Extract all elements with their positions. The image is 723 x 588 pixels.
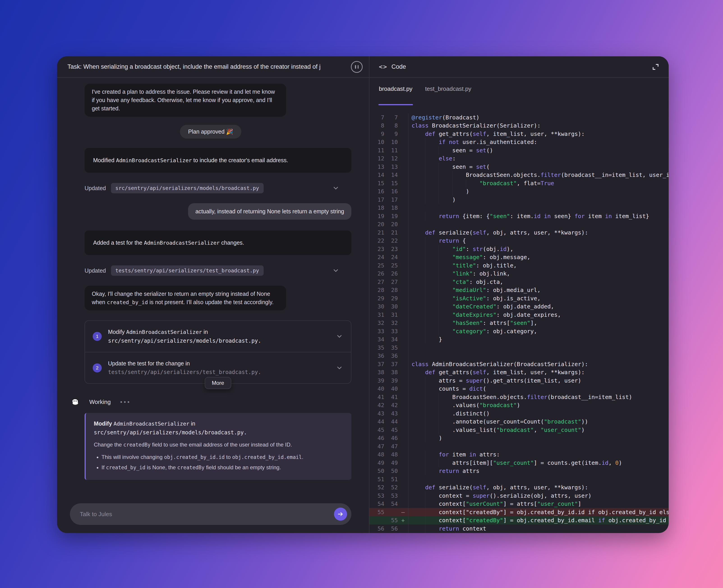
code-line: 99 def get_attrs(self, item_list, user, … (369, 130, 669, 138)
task-title: Task: When serializing a broadcast objec… (67, 63, 346, 70)
jules-logo-icon (70, 397, 80, 407)
chevron-down-icon[interactable] (336, 364, 343, 372)
code-line: 1212 else: (369, 154, 669, 163)
code-line: 5757 (369, 533, 669, 533)
chat-scroll-area[interactable]: I've created a plan to address the issue… (70, 78, 352, 495)
code-line: 4444 .annotate(user_count=Count("broadca… (369, 418, 669, 426)
code-line: 55– context["createdBy"] = obj.created_b… (369, 508, 669, 516)
code-line: 5252 def serialize(self, obj, attrs, use… (369, 483, 669, 492)
plan-approved-chip: Plan approved 🎉 (180, 125, 241, 139)
code-line: 55+ context["createdBy"] = obj.created_b… (369, 516, 669, 525)
code-line: 4545 .values_list("broadcast", "user_cou… (369, 426, 669, 434)
code-line: 2626 "link": obj.link, (369, 270, 669, 278)
file-path-chip[interactable]: src/sentry/api/serializers/models/broadc… (111, 183, 264, 193)
code-line: 1515 "broadcast", flat=True (369, 179, 669, 187)
jules-app-window: Task: When serializing a broadcast objec… (57, 56, 669, 533)
step-path: tests/sentry/api/serializers/test_broadc… (108, 369, 261, 375)
chat-panel: I've created a plan to address the issue… (57, 78, 369, 533)
code-line: 5353 context = super().serialize(obj, at… (369, 491, 669, 500)
added-test-card: Added a test for the AdminBroadcastSeria… (84, 230, 352, 255)
step-title: Update the test for the change in tests/… (108, 359, 261, 376)
code-line: 2828 "mediaUrl": obj.media_url, (369, 286, 669, 294)
code-line: 3737class AdminBroadcastSerializer(Broad… (369, 360, 669, 368)
step-number-badge: 2 (93, 363, 102, 372)
code-line: 3030 "dateCreated": obj.date_added, (369, 302, 669, 311)
chevron-down-icon[interactable] (332, 184, 340, 192)
code-line: 1616 ) (369, 187, 669, 196)
code-panel: broadcast.py test_broadcast.py 77@regist… (369, 78, 669, 533)
code-line: 1717 ) (369, 195, 669, 204)
code-line: 3232 "hasSeen": attrs["seen"], (369, 319, 669, 327)
modified-card: Modified AdminBroadcastSerializer to inc… (84, 148, 352, 172)
code-line: 2323 "id": str(obj.id), (369, 245, 669, 253)
pause-button[interactable] (351, 61, 363, 73)
code-line: 4040 counts = dict( (369, 385, 669, 393)
updated-label: Updated (84, 185, 106, 191)
updated-file-row: Updated src/sentry/api/serializers/model… (84, 183, 352, 193)
code-line: 4747 (369, 442, 669, 450)
code-panel-header: <> Code (369, 56, 669, 78)
chevron-down-icon[interactable] (332, 267, 340, 274)
plan-step-1[interactable]: 1 Modify AdminBroadcastSerializer in src… (85, 321, 351, 352)
code-line: 4242 .values("broadcast") (369, 401, 669, 410)
code-line: 2020 (369, 220, 669, 229)
code-line: 3333 "category": obj.category, (369, 327, 669, 335)
chevron-down-icon[interactable] (336, 333, 343, 340)
code-line: 4343 .distinct() (369, 410, 669, 418)
code-line: 2929 "isActive": obj.is_active, (369, 294, 669, 302)
code-line: 1919 return {item: {"seen": item.id in s… (369, 212, 669, 220)
working-dots: ••• (120, 399, 131, 405)
code-line: 4646 ) (369, 434, 669, 442)
tab-test-broadcast-py[interactable]: test_broadcast.py (425, 85, 471, 105)
code-line: 5151 (369, 475, 669, 483)
bullet-item: This will involve changing obj.created_b… (101, 453, 343, 461)
bullet-item: If created_by_id is None, the createdBy … (101, 463, 343, 472)
code-icon: <> (379, 63, 387, 70)
code-line: 88class BroadcastSerializer(Serializer): (369, 122, 669, 130)
code-line: 1313 seen = set( (369, 163, 669, 171)
code-lines[interactable]: 77@register(Broadcast)88class BroadcastS… (369, 105, 669, 533)
updated-label: Updated (84, 268, 106, 274)
code-line: 2424 "message": obj.message, (369, 253, 669, 261)
file-tabs: broadcast.py test_broadcast.py (369, 78, 669, 105)
working-card-description: Change the createdBy field to use the em… (94, 442, 343, 448)
working-label: Working (89, 399, 111, 405)
code-line: 1414 BroadcastSeen.objects.filter(broadc… (369, 171, 669, 179)
working-card-bullets: This will involve changing obj.created_b… (94, 453, 343, 472)
step-title: Modify AdminBroadcastSerializer in src/s… (108, 328, 261, 345)
working-detail-card: Modify AdminBroadcastSerializer in src/s… (84, 413, 352, 480)
code-line: 3636 (369, 352, 669, 360)
code-line: 1818 (369, 204, 669, 212)
assistant-message: I've created a plan to address the issue… (84, 84, 286, 117)
code-line: 2525 "title": obj.title, (369, 261, 669, 270)
code-line: 3131 "dateExpires": obj.date_expires, (369, 311, 669, 319)
file-path-chip[interactable]: tests/sentry/api/serializers/test_broadc… (111, 266, 264, 276)
code-line: 4848 for item in attrs: (369, 450, 669, 459)
code-line: 1111 seen = set() (369, 146, 669, 154)
code-panel-title: Code (391, 63, 651, 70)
code-line: 5050 return attrs (369, 467, 669, 475)
code-line: 3434 } (369, 335, 669, 344)
working-card-title: Modify AdminBroadcastSerializer in (94, 419, 343, 428)
more-button[interactable]: More (204, 377, 232, 389)
code-line: 2222 return { (369, 237, 669, 245)
plan-steps-card: 1 Modify AdminBroadcastSerializer in src… (84, 320, 352, 384)
tab-broadcast-py[interactable]: broadcast.py (379, 85, 413, 105)
send-button[interactable] (334, 508, 347, 521)
code-line: 2121 def serialize(self, obj, attrs, use… (369, 228, 669, 237)
expand-icon[interactable] (651, 63, 660, 71)
code-line: 5656 return context (369, 524, 669, 533)
code-line: 4141 BroadcastSeen.objects.filter(broadc… (369, 393, 669, 401)
chat-input[interactable]: Talk to Jules (70, 503, 352, 525)
code-line: 1010 if not user.is_authenticated: (369, 138, 669, 146)
code-line: 2727 "cta": obj.cta, (369, 278, 669, 286)
user-message: actually, instead of returning None lets… (188, 203, 352, 220)
code-line: 5454 context["userCount"] = attrs["user_… (369, 500, 669, 508)
code-line: 77@register(Broadcast) (369, 113, 669, 122)
code-line: 3838 def get_attrs(self, item_list, user… (369, 368, 669, 377)
chat-input-placeholder: Talk to Jules (70, 511, 334, 518)
code-line: 3939 attrs = super().get_attrs(item_list… (369, 376, 669, 385)
assistant-message: Okay, I'll change the serializer to retu… (84, 286, 286, 311)
task-header: Task: When serializing a broadcast objec… (57, 56, 369, 78)
working-status-row: Working ••• (70, 397, 352, 407)
